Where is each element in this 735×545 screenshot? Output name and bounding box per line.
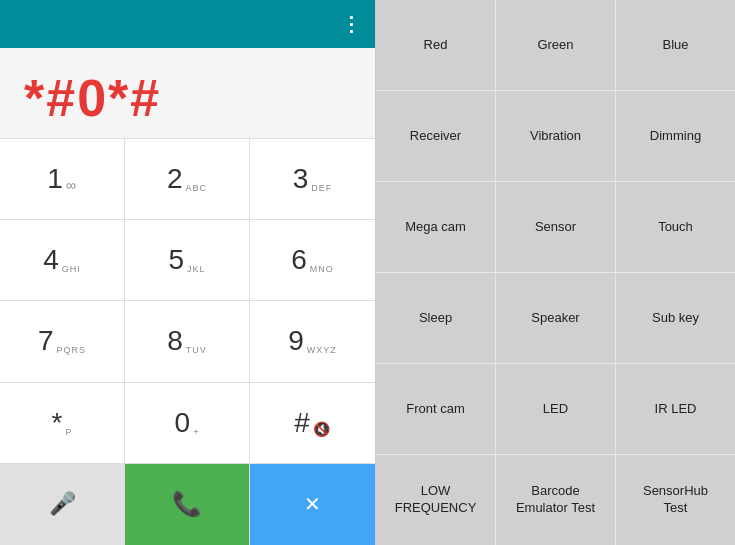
dialer-number-display: *#0*# [24,68,351,128]
test-red-button[interactable]: Red [376,0,495,90]
test-vibration-button[interactable]: Vibration [496,91,615,181]
key-9[interactable]: 9 WXYZ [250,301,375,382]
key-5[interactable]: 5 JKL [125,220,250,301]
key-4[interactable]: 4 GHI [0,220,125,301]
dialer-panel: ⋮ *#0*# 1 ∞ 2 ABC 3 DEF [0,0,375,545]
key-6[interactable]: 6 MNO [250,220,375,301]
test-panel: Red Green Blue Receiver Vibration Dimmin… [375,0,735,545]
test-subkey-button[interactable]: Sub key [616,273,735,363]
test-megacam-button[interactable]: Mega cam [376,182,495,272]
test-frontcam-button[interactable]: Front cam [376,364,495,454]
key-2[interactable]: 2 ABC [125,139,250,220]
test-led-button[interactable]: LED [496,364,615,454]
test-blue-button[interactable]: Blue [616,0,735,90]
test-speaker-button[interactable]: Speaker [496,273,615,363]
test-barcode-button[interactable]: BarcodeEmulator Test [496,455,615,545]
key-star[interactable]: * P [0,383,125,464]
test-receiver-button[interactable]: Receiver [376,91,495,181]
dialer-header: ⋮ [0,0,375,48]
delete-button[interactable]: ✕ [250,464,375,545]
overflow-menu-icon[interactable]: ⋮ [341,12,363,36]
dialer-keypad: 1 ∞ 2 ABC 3 DEF 4 GHI 5 JK [0,138,375,545]
key-1[interactable]: 1 ∞ [0,139,125,220]
test-touch-button[interactable]: Touch [616,182,735,272]
key-0[interactable]: 0 + [125,383,250,464]
test-sensorhub-button[interactable]: SensorHubTest [616,455,735,545]
key-hash[interactable]: # 🔇 [250,383,375,464]
test-dimming-button[interactable]: Dimming [616,91,735,181]
key-3[interactable]: 3 DEF [250,139,375,220]
call-button[interactable]: 📞 [125,464,250,545]
test-lowfreq-button[interactable]: LOWFREQUENCY [376,455,495,545]
test-irled-button[interactable]: IR LED [616,364,735,454]
microphone-button[interactable]: 🎤 [0,464,125,545]
key-8[interactable]: 8 TUV [125,301,250,382]
test-sleep-button[interactable]: Sleep [376,273,495,363]
dialer-display: *#0*# [0,48,375,138]
test-sensor-button[interactable]: Sensor [496,182,615,272]
test-green-button[interactable]: Green [496,0,615,90]
key-7[interactable]: 7 PQRS [0,301,125,382]
